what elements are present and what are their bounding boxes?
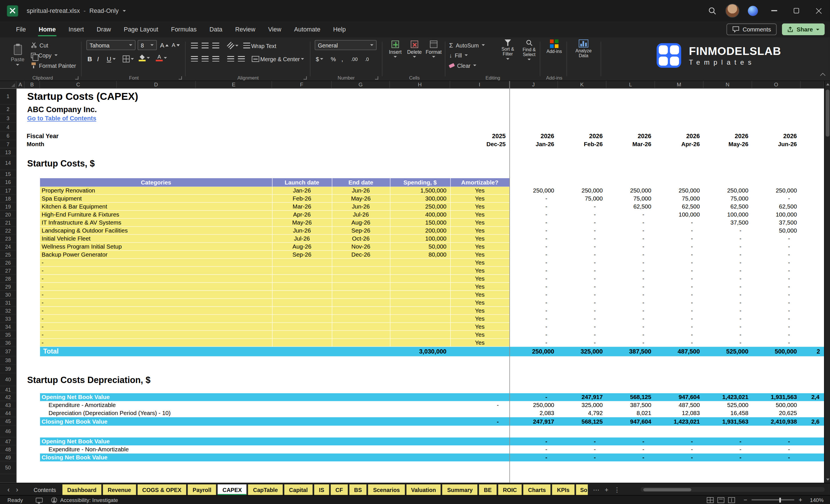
cell-value[interactable]: - bbox=[655, 445, 693, 453]
font-color-button[interactable]: A bbox=[156, 53, 167, 63]
header-end-date[interactable]: End date bbox=[332, 178, 390, 187]
cell-month-value[interactable]: 250,000 bbox=[704, 187, 748, 195]
cell-amortizable[interactable]: Yes bbox=[450, 291, 509, 298]
month-value[interactable]: Jun-26 bbox=[752, 140, 797, 148]
maximize-button[interactable] bbox=[785, 0, 807, 22]
row-header-16[interactable]: 16 bbox=[0, 178, 16, 187]
cell-month-value[interactable]: - bbox=[558, 298, 596, 307]
month-value[interactable]: May-26 bbox=[704, 140, 748, 148]
section-title[interactable]: Startup Costs Depreciation, $ bbox=[27, 374, 151, 386]
cell-month-value[interactable]: - bbox=[558, 203, 596, 211]
cell-launch-date[interactable]: Jan-26 bbox=[272, 187, 332, 195]
row-header-25[interactable]: 25 bbox=[0, 251, 16, 259]
fiscal-year-value[interactable]: 2026 bbox=[704, 132, 748, 140]
sheet-tab-roic[interactable]: ROIC bbox=[498, 484, 522, 495]
cell-end-date[interactable]: Sep-26 bbox=[332, 227, 390, 235]
dep-row-label[interactable]: Depreciation (Depreciation Period (Years… bbox=[49, 409, 171, 417]
cell-month-value[interactable]: - bbox=[704, 275, 741, 283]
menu-draw[interactable]: Draw bbox=[90, 22, 118, 37]
cell-end-date[interactable]: May-26 bbox=[332, 195, 390, 203]
cell-month-value[interactable]: 75,000 bbox=[655, 195, 700, 203]
row-header-19[interactable]: 19 bbox=[0, 203, 16, 211]
cell-amortizable[interactable]: Yes bbox=[450, 267, 509, 275]
sheet-tab-cf[interactable]: CF bbox=[331, 484, 348, 495]
sheet-tab-charts[interactable]: Charts bbox=[523, 484, 551, 495]
close-button[interactable] bbox=[808, 0, 830, 22]
cell-value[interactable]: 947,604 bbox=[655, 393, 700, 401]
cell-amortizable[interactable]: Yes bbox=[450, 227, 509, 235]
cell-value[interactable]: - bbox=[509, 393, 547, 401]
header-amortizable[interactable]: Amortizable? bbox=[450, 178, 509, 187]
month-value[interactable]: Mar-26 bbox=[607, 140, 651, 148]
insert-cells-button[interactable]: Insert bbox=[386, 41, 404, 58]
fiscal-year-value[interactable]: 2026 bbox=[655, 132, 700, 140]
comma-style-button[interactable]: , bbox=[342, 54, 343, 64]
cell-month-value[interactable]: - bbox=[558, 315, 596, 323]
cell-month-value[interactable]: - bbox=[752, 259, 790, 267]
cell-amortizable[interactable]: Yes bbox=[450, 283, 509, 291]
cell-month-value[interactable]: - bbox=[509, 330, 547, 339]
fiscal-year-value[interactable]: 2026 bbox=[607, 132, 651, 140]
cell-month-value[interactable]: - bbox=[558, 219, 596, 227]
cell-value[interactable]: 20,625 bbox=[752, 409, 797, 417]
sheet-tab-dashboard[interactable]: Dashboard bbox=[62, 484, 101, 495]
cell-value[interactable]: - bbox=[607, 445, 644, 453]
cell-value[interactable]: 4,792 bbox=[558, 409, 603, 417]
cell-spending[interactable]: 400,000 bbox=[390, 211, 446, 219]
cell-month-value[interactable]: - bbox=[558, 339, 596, 347]
column-header-C[interactable]: C bbox=[40, 81, 117, 88]
cell-month-value[interactable]: - bbox=[655, 243, 693, 251]
cell-month-value[interactable]: - bbox=[704, 259, 741, 267]
font-name-combobox[interactable]: Tahoma bbox=[86, 40, 135, 50]
column-header-D[interactable]: D bbox=[117, 81, 196, 88]
cell-value[interactable]: - bbox=[704, 437, 741, 445]
cell-month-value[interactable]: - bbox=[655, 307, 693, 315]
cell-month-value[interactable]: - bbox=[704, 339, 741, 347]
column-header-F[interactable]: F bbox=[272, 81, 332, 88]
cell-category[interactable]: Property Renovation bbox=[41, 187, 95, 195]
fiscal-year-label[interactable]: Fiscal Year bbox=[27, 132, 59, 140]
cell-value[interactable]: 525,000 bbox=[704, 401, 748, 409]
cell-month-value[interactable]: - bbox=[607, 315, 644, 323]
cell-value[interactable]: 1,423,021 bbox=[655, 417, 700, 426]
row-header-33[interactable]: 33 bbox=[0, 315, 16, 323]
scroll-down-icon[interactable] bbox=[826, 478, 829, 480]
row-header-34[interactable]: 34 bbox=[0, 323, 16, 330]
column-header-M[interactable]: M bbox=[655, 81, 704, 88]
cell-month-value[interactable]: - bbox=[655, 291, 693, 298]
app-sphere-button[interactable] bbox=[742, 0, 763, 22]
fiscal-year-value[interactable]: 2026 bbox=[558, 132, 603, 140]
cell-amortizable[interactable]: Yes bbox=[450, 211, 509, 219]
header-categories[interactable]: Categories bbox=[40, 178, 272, 187]
wrap-text-button[interactable]: Wrap Text bbox=[243, 41, 276, 51]
nbv-row-label[interactable]: Opening Net Book Value bbox=[41, 437, 109, 445]
cell-month-value[interactable]: 250,000 bbox=[558, 187, 603, 195]
menu-review[interactable]: Review bbox=[229, 22, 262, 37]
cell-end-date[interactable]: Oct-26 bbox=[332, 235, 390, 243]
cell-value[interactable]: 1,423,021 bbox=[704, 393, 748, 401]
menu-insert[interactable]: Insert bbox=[62, 22, 90, 37]
cell-value[interactable]: 247,917 bbox=[509, 417, 554, 426]
increase-indent-button[interactable] bbox=[238, 54, 245, 64]
row-header-30[interactable]: 30 bbox=[0, 291, 16, 298]
sheet-tab-is[interactable]: IS bbox=[314, 484, 329, 495]
cut-button[interactable]: Cut bbox=[31, 40, 76, 50]
row-header-21[interactable]: 21 bbox=[0, 219, 16, 227]
cell-category[interactable]: Initial Vehicle Fleet bbox=[41, 235, 90, 243]
horizontal-scroll-thumb[interactable] bbox=[643, 488, 691, 491]
row-header-26[interactable]: 26 bbox=[0, 259, 16, 267]
menu-formulas[interactable]: Formulas bbox=[165, 22, 203, 37]
cell-end-date[interactable]: Jul-26 bbox=[332, 211, 390, 219]
cell-month-value[interactable]: - bbox=[509, 211, 547, 219]
cell-month-value[interactable]: - bbox=[607, 211, 644, 219]
cell-month-value[interactable]: - bbox=[509, 219, 547, 227]
nbv-row-label[interactable]: Closing Net Book Value bbox=[41, 417, 107, 426]
total-partial-value[interactable]: 2 bbox=[817, 347, 820, 356]
cell-value[interactable]: 387,500 bbox=[607, 401, 651, 409]
total-month-value[interactable]: 250,000 bbox=[509, 347, 554, 356]
row-header-39[interactable]: 39 bbox=[0, 365, 16, 374]
display-settings-icon[interactable] bbox=[36, 497, 43, 502]
cell-month-value[interactable]: - bbox=[704, 323, 741, 330]
title-chevron-icon[interactable] bbox=[122, 10, 126, 12]
paste-button[interactable]: Paste bbox=[6, 39, 29, 71]
